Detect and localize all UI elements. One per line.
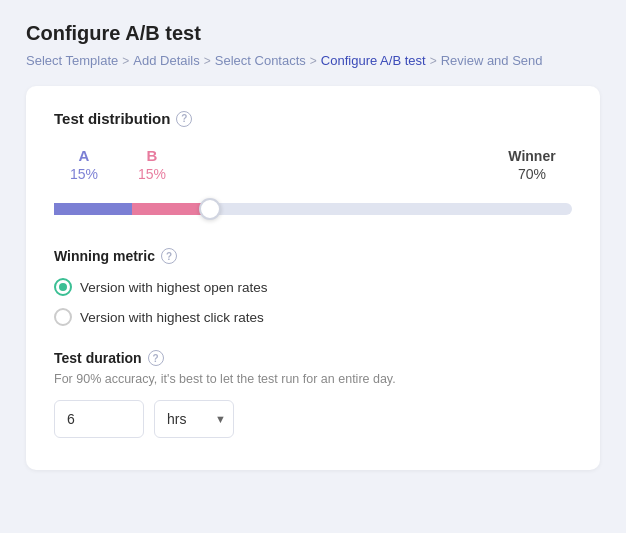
dist-b-group: B 15% [122, 147, 182, 182]
radio-open-rates-label: Version with highest open rates [80, 280, 268, 295]
radio-open-rates-circle[interactable] [54, 278, 72, 296]
winning-metric-header: Winning metric ? [54, 248, 572, 264]
main-card: Test distribution ? A 15% B 15% Winner 7… [26, 86, 600, 470]
dist-winner-label: Winner [508, 148, 555, 164]
duration-unit-select[interactable]: hrs days [154, 400, 234, 438]
test-distribution-heading: Test distribution [54, 110, 170, 127]
breadcrumb-select-contacts[interactable]: Select Contacts [215, 53, 306, 68]
breadcrumb-select-template[interactable]: Select Template [26, 53, 118, 68]
duration-select-wrapper: hrs days ▼ [154, 400, 234, 438]
dist-a-group: A 15% [54, 147, 114, 182]
winning-metric-section: Winning metric ? Version with highest op… [54, 248, 572, 326]
distribution-slider-container [54, 198, 572, 220]
breadcrumb-sep-4: > [430, 54, 437, 68]
dist-winner-percent: 70% [518, 166, 546, 182]
breadcrumb-review-send[interactable]: Review and Send [441, 53, 543, 68]
dist-b-letter: B [147, 147, 158, 164]
dist-a-percent: 15% [70, 166, 98, 182]
dist-winner-group: Winner 70% [492, 148, 572, 182]
radio-option-open-rates[interactable]: Version with highest open rates [54, 278, 572, 296]
breadcrumb-sep-2: > [204, 54, 211, 68]
slider-thumb[interactable] [199, 198, 221, 220]
breadcrumb-sep-1: > [122, 54, 129, 68]
test-distribution-section: Test distribution ? [54, 110, 572, 127]
test-duration-hint: For 90% accuracy, it's best to let the t… [54, 372, 572, 386]
radio-option-click-rates[interactable]: Version with highest click rates [54, 308, 572, 326]
breadcrumb-configure-ab[interactable]: Configure A/B test [321, 53, 426, 68]
test-duration-heading: Test duration [54, 350, 142, 366]
duration-inputs: hrs days ▼ [54, 400, 572, 438]
test-distribution-help-icon[interactable]: ? [176, 111, 192, 127]
test-duration-header: Test duration ? [54, 350, 572, 366]
dist-b-percent: 15% [138, 166, 166, 182]
page-title: Configure A/B test [26, 22, 600, 45]
radio-open-rates-inner [59, 283, 67, 291]
test-duration-help-icon[interactable]: ? [148, 350, 164, 366]
breadcrumb-sep-3: > [310, 54, 317, 68]
dist-a-letter: A [79, 147, 90, 164]
breadcrumb-add-details[interactable]: Add Details [133, 53, 199, 68]
distribution-labels-row: A 15% B 15% Winner 70% [54, 147, 572, 182]
slider-fill-a [54, 203, 132, 215]
duration-number-input[interactable] [54, 400, 144, 438]
slider-track [54, 203, 572, 215]
test-duration-section: Test duration ? For 90% accuracy, it's b… [54, 350, 572, 438]
radio-click-rates-label: Version with highest click rates [80, 310, 264, 325]
radio-click-rates-circle[interactable] [54, 308, 72, 326]
breadcrumb: Select Template > Add Details > Select C… [26, 53, 600, 68]
slider-fill-b [132, 203, 210, 215]
winning-metric-heading: Winning metric [54, 248, 155, 264]
winning-metric-help-icon[interactable]: ? [161, 248, 177, 264]
slider-track-wrapper [54, 198, 572, 220]
page-wrapper: Configure A/B test Select Template > Add… [10, 10, 616, 533]
